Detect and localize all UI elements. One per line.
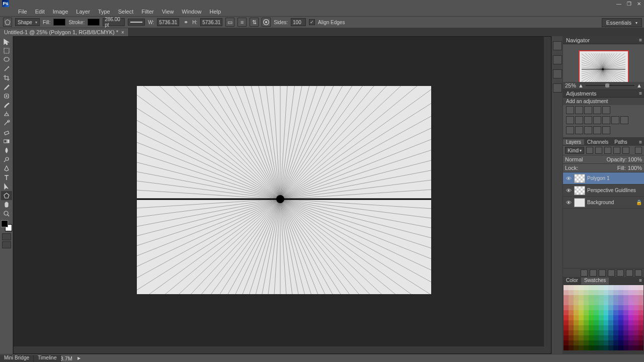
swatch-cell[interactable] bbox=[579, 340, 584, 345]
swatch-cell[interactable] bbox=[599, 285, 604, 290]
menu-file[interactable]: File bbox=[14, 8, 31, 16]
swatch-cell[interactable] bbox=[574, 340, 579, 345]
swatch-cell[interactable] bbox=[569, 325, 574, 330]
swatch-cell[interactable] bbox=[564, 295, 569, 300]
swatch-cell[interactable] bbox=[574, 325, 579, 330]
path-arrangement-button[interactable]: ⇅ bbox=[250, 18, 259, 27]
color-balance-adjustment-icon[interactable] bbox=[575, 116, 583, 124]
menu-view[interactable]: View bbox=[158, 8, 178, 16]
swatch-cell[interactable] bbox=[623, 325, 628, 330]
swatch-cell[interactable] bbox=[628, 305, 633, 310]
swatch-cell[interactable] bbox=[638, 310, 643, 315]
swatch-cell[interactable] bbox=[608, 290, 613, 295]
foreground-color-swatch[interactable] bbox=[1, 220, 8, 227]
swatch-cell[interactable] bbox=[599, 335, 604, 340]
swatch-cell[interactable] bbox=[599, 300, 604, 305]
swatch-cell[interactable] bbox=[608, 340, 613, 345]
pen-tool[interactable] bbox=[1, 164, 12, 173]
posterize-adjustment-icon[interactable] bbox=[566, 126, 574, 134]
swatch-cell[interactable] bbox=[638, 335, 643, 340]
swatch-cell[interactable] bbox=[623, 340, 628, 345]
swatch-cell[interactable] bbox=[623, 320, 628, 325]
fill-opacity-input[interactable]: 100% bbox=[628, 165, 642, 171]
swatch-cell[interactable] bbox=[594, 345, 599, 350]
swatch-cell[interactable] bbox=[584, 300, 589, 305]
swatch-cell[interactable] bbox=[589, 330, 594, 335]
swatch-cell[interactable] bbox=[599, 315, 604, 320]
swatch-cell[interactable] bbox=[579, 335, 584, 340]
swatch-cell[interactable] bbox=[613, 335, 618, 340]
swatch-cell[interactable] bbox=[628, 340, 633, 345]
swatch-cell[interactable] bbox=[618, 285, 623, 290]
swatch-cell[interactable] bbox=[613, 345, 618, 350]
new-layer-icon[interactable] bbox=[626, 269, 633, 277]
layer-visibility-icon[interactable]: 👁 bbox=[565, 200, 572, 206]
swatch-cell[interactable] bbox=[594, 320, 599, 325]
swatch-cell[interactable] bbox=[564, 345, 569, 350]
filter-shape-icon[interactable] bbox=[613, 147, 620, 154]
dodge-tool[interactable] bbox=[1, 155, 12, 164]
swatch-cell[interactable] bbox=[608, 310, 613, 315]
swatch-cell[interactable] bbox=[618, 305, 623, 310]
swatch-cell[interactable] bbox=[633, 285, 638, 290]
swatch-cell[interactable] bbox=[628, 325, 633, 330]
swatch-cell[interactable] bbox=[604, 295, 609, 300]
swatch-cell[interactable] bbox=[564, 285, 569, 290]
paragraph-panel-icon[interactable] bbox=[553, 83, 562, 93]
swatch-cell[interactable] bbox=[569, 315, 574, 320]
swatch-cell[interactable] bbox=[623, 335, 628, 340]
swatch-cell[interactable] bbox=[618, 345, 623, 350]
swatch-cell[interactable] bbox=[589, 325, 594, 330]
align-edges-checkbox[interactable]: ✓ bbox=[309, 19, 315, 25]
swatch-cell[interactable] bbox=[633, 335, 638, 340]
tab-paths[interactable]: Paths bbox=[611, 139, 630, 145]
blend-mode-dropdown[interactable]: Normal bbox=[565, 156, 595, 162]
swatch-cell[interactable] bbox=[638, 295, 643, 300]
delete-layer-icon[interactable] bbox=[635, 269, 642, 277]
swatch-cell[interactable] bbox=[589, 310, 594, 315]
layer-row[interactable]: 👁 Perspective Guidlines bbox=[563, 185, 644, 197]
swatch-cell[interactable] bbox=[574, 335, 579, 340]
layer-filter-kind[interactable]: Kind bbox=[565, 147, 584, 154]
swatch-cell[interactable] bbox=[628, 285, 633, 290]
swatch-cell[interactable] bbox=[564, 300, 569, 305]
navigator-menu-icon[interactable]: ≡ bbox=[639, 37, 642, 43]
hand-tool[interactable] bbox=[1, 200, 12, 209]
fill-swatch[interactable] bbox=[53, 19, 65, 26]
brush-tool[interactable] bbox=[1, 101, 12, 110]
swatch-cell[interactable] bbox=[633, 345, 638, 350]
tab-color[interactable]: Color bbox=[563, 278, 581, 285]
swatch-cell[interactable] bbox=[594, 285, 599, 290]
navigator-tab[interactable]: Navigator ≡ bbox=[563, 36, 644, 44]
swatch-cell[interactable] bbox=[569, 320, 574, 325]
swatch-cell[interactable] bbox=[584, 330, 589, 335]
swatch-cell[interactable] bbox=[633, 310, 638, 315]
menu-layer[interactable]: Layer bbox=[72, 8, 94, 16]
path-selection-tool[interactable] bbox=[1, 182, 12, 191]
gradient-map-adjustment-icon[interactable] bbox=[584, 126, 592, 134]
swatch-cell[interactable] bbox=[569, 330, 574, 335]
swatch-cell[interactable] bbox=[608, 325, 613, 330]
menu-edit[interactable]: Edit bbox=[31, 8, 49, 16]
shape-tool[interactable] bbox=[1, 191, 12, 200]
marquee-tool[interactable] bbox=[1, 46, 12, 55]
swatch-cell[interactable] bbox=[589, 315, 594, 320]
menu-type[interactable]: Type bbox=[94, 8, 114, 16]
menu-select[interactable]: Select bbox=[114, 8, 138, 16]
swatch-cell[interactable] bbox=[604, 305, 609, 310]
swatch-cell[interactable] bbox=[594, 325, 599, 330]
width-input[interactable]: 5736.31 bbox=[157, 18, 179, 26]
layer-name[interactable]: Perspective Guidlines bbox=[587, 188, 642, 193]
swatch-cell[interactable] bbox=[628, 310, 633, 315]
minimize-button[interactable]: — bbox=[614, 0, 624, 7]
layer-thumbnail[interactable] bbox=[574, 186, 585, 195]
swatch-cell[interactable] bbox=[564, 290, 569, 295]
swatch-cell[interactable] bbox=[623, 295, 628, 300]
swatch-cell[interactable] bbox=[604, 310, 609, 315]
swatch-cell[interactable] bbox=[599, 320, 604, 325]
swatch-cell[interactable] bbox=[613, 310, 618, 315]
swatch-cell[interactable] bbox=[618, 335, 623, 340]
swatch-cell[interactable] bbox=[579, 305, 584, 310]
swatch-cell[interactable] bbox=[584, 340, 589, 345]
swatch-cell[interactable] bbox=[633, 340, 638, 345]
